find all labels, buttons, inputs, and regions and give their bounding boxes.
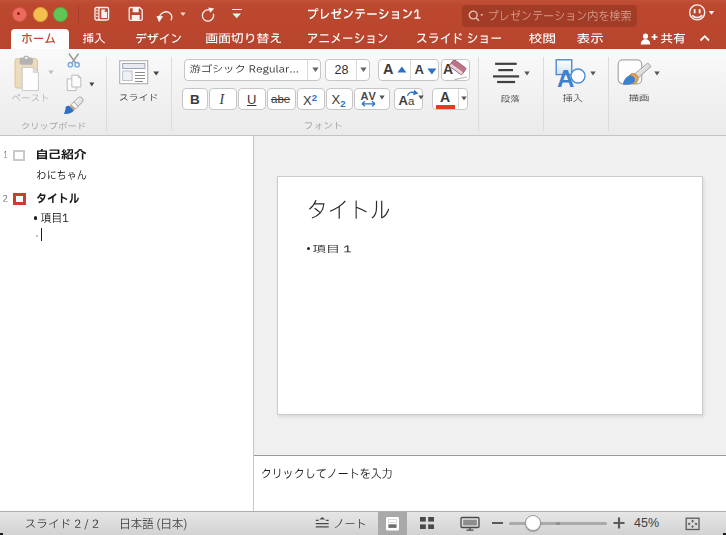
- svg-text:A: A: [557, 65, 574, 90]
